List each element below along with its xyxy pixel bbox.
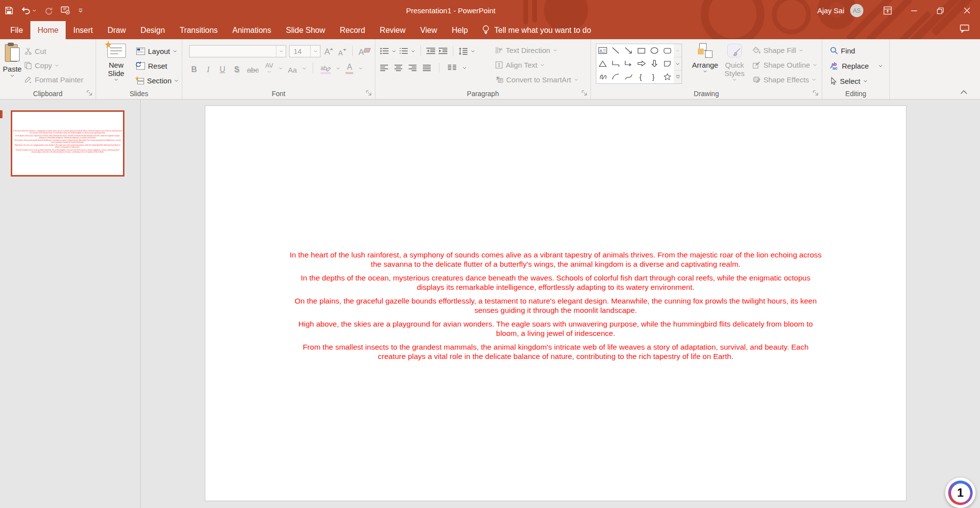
shape-rounded-rectangle[interactable] xyxy=(661,44,674,57)
arrange-button[interactable]: Arrange xyxy=(691,43,719,73)
account-name[interactable]: Ajay Sai xyxy=(817,6,844,15)
layout-button[interactable]: Layout xyxy=(136,45,178,57)
paragraph-dialog-launcher[interactable] xyxy=(582,90,588,96)
chevron-down-icon xyxy=(174,79,178,82)
restore-button[interactable] xyxy=(927,0,954,21)
shape-triangle[interactable] xyxy=(596,57,609,71)
bullets-icon[interactable] xyxy=(380,48,389,54)
shape-line[interactable] xyxy=(609,44,622,57)
start-slideshow-button[interactable] xyxy=(61,6,71,15)
find-button[interactable]: Find xyxy=(830,45,882,56)
tab-help[interactable]: Help xyxy=(444,21,475,39)
tab-file[interactable]: File xyxy=(3,21,30,39)
text-shadow-button: S xyxy=(232,62,242,74)
chevron-down-icon[interactable] xyxy=(411,50,415,52)
reset-button[interactable]: Reset xyxy=(136,60,178,72)
close-icon xyxy=(964,7,970,14)
minimize-button[interactable] xyxy=(901,0,927,21)
save-button[interactable] xyxy=(5,6,13,15)
replace-button[interactable]: abac Replace xyxy=(830,60,882,72)
group-drawing: A { } xyxy=(591,39,822,99)
avatar[interactable]: AS xyxy=(850,4,863,17)
select-button[interactable]: Select xyxy=(830,75,882,87)
shape-effects-label: Shape Effects xyxy=(763,76,809,84)
justify-icon[interactable] xyxy=(423,65,431,71)
chevron-down-icon[interactable] xyxy=(471,50,475,52)
slide-text-box[interactable]: In the heart of the lush rainforest, a s… xyxy=(289,250,823,365)
tab-animations[interactable]: Animations xyxy=(225,21,278,39)
align-right-icon[interactable] xyxy=(409,65,416,71)
chevron-down-icon[interactable] xyxy=(463,67,466,69)
font-size-dropdown[interactable] xyxy=(310,46,320,57)
shape-star[interactable] xyxy=(661,70,674,83)
tab-transitions[interactable]: Transitions xyxy=(172,21,225,39)
font-size-combobox[interactable]: 14 xyxy=(289,45,320,57)
line-spacing-icon[interactable] xyxy=(459,48,467,55)
paste-button[interactable]: Paste xyxy=(1,43,24,77)
group-label-editing: Editing xyxy=(822,90,889,98)
shape-arc[interactable] xyxy=(609,70,622,83)
tab-insert[interactable]: Insert xyxy=(66,21,100,39)
shape-freeform[interactable] xyxy=(661,57,674,71)
section-icon xyxy=(136,77,144,84)
ribbon-display-options-button[interactable] xyxy=(874,0,901,21)
align-left-icon[interactable] xyxy=(380,65,388,71)
shape-arrow[interactable] xyxy=(622,44,635,57)
shape-elbow-connector[interactable] xyxy=(609,57,622,71)
close-button[interactable] xyxy=(954,0,980,21)
shape-left-brace[interactable]: { xyxy=(635,70,648,83)
gallery-scroll-up[interactable] xyxy=(674,44,682,57)
customize-qat-button[interactable] xyxy=(78,8,83,13)
shape-oval[interactable] xyxy=(648,44,661,57)
font-name-combobox[interactable] xyxy=(189,45,286,57)
svg-text:{: { xyxy=(639,73,642,81)
decrease-indent-icon[interactable] xyxy=(426,48,435,54)
group-label-font: Font xyxy=(182,90,375,98)
gallery-more-button[interactable] xyxy=(674,71,682,83)
undo-icon xyxy=(21,7,31,15)
shape-right-arrow[interactable] xyxy=(635,57,648,71)
tab-record[interactable]: Record xyxy=(333,21,373,39)
char-spacing-letters: AV xyxy=(265,63,273,68)
font-color-strip xyxy=(345,72,353,74)
tab-view[interactable]: View xyxy=(413,21,444,39)
undo-button[interactable] xyxy=(21,7,36,15)
group-paragraph: A Text Direction Align Text Convert to S… xyxy=(375,39,591,99)
tab-home[interactable]: Home xyxy=(30,21,66,39)
tab-slide-show[interactable]: Slide Show xyxy=(278,21,332,39)
reset-arrow xyxy=(135,61,142,68)
reset-icon xyxy=(136,62,145,70)
collapse-ribbon-button[interactable] xyxy=(960,90,967,94)
align-center-icon[interactable] xyxy=(394,65,402,71)
tab-design[interactable]: Design xyxy=(133,21,172,39)
shape-curve[interactable] xyxy=(622,70,635,83)
drawing-dialog-launcher[interactable] xyxy=(813,90,819,96)
tab-review[interactable]: Review xyxy=(372,21,413,39)
shape-scribble[interactable] xyxy=(596,70,609,83)
shape-textbox[interactable]: A xyxy=(596,44,609,57)
titlebar-right: Ajay Sai AS xyxy=(817,0,980,21)
svg-text:}: } xyxy=(652,73,655,81)
shape-rectangle[interactable] xyxy=(635,44,648,57)
slide-1[interactable]: In the heart of the lush rainforest, a s… xyxy=(205,105,906,501)
shapes-gallery-scrollbar[interactable] xyxy=(674,44,682,84)
shapes-gallery[interactable]: A { } xyxy=(596,44,674,84)
increase-indent-icon[interactable] xyxy=(439,48,447,54)
shape-right-brace[interactable]: } xyxy=(648,70,661,83)
tab-draw[interactable]: Draw xyxy=(100,21,133,39)
shape-down-arrow[interactable] xyxy=(648,57,661,71)
new-slide-button[interactable]: New Slide xyxy=(101,43,131,81)
chevron-down-icon[interactable] xyxy=(392,50,396,52)
font-dialog-launcher[interactable] xyxy=(366,90,372,96)
clipboard-dialog-launcher[interactable] xyxy=(87,90,93,96)
slide-thumbnail-1[interactable]: In the heart of the lush rainforest, a s… xyxy=(11,110,124,177)
tell-me-box[interactable]: Tell me what you want to do xyxy=(482,21,591,39)
section-button[interactable]: Section xyxy=(136,75,178,86)
annotation-badge[interactable]: 1 xyxy=(945,478,976,508)
gallery-scroll-down[interactable] xyxy=(674,57,682,71)
columns-icon[interactable] xyxy=(448,65,456,71)
font-name-dropdown[interactable] xyxy=(276,46,286,57)
format-painter-label: Format Painter xyxy=(35,76,83,84)
shape-elbow-arrow-connector[interactable] xyxy=(622,57,635,71)
numbering-icon[interactable] xyxy=(399,48,408,54)
